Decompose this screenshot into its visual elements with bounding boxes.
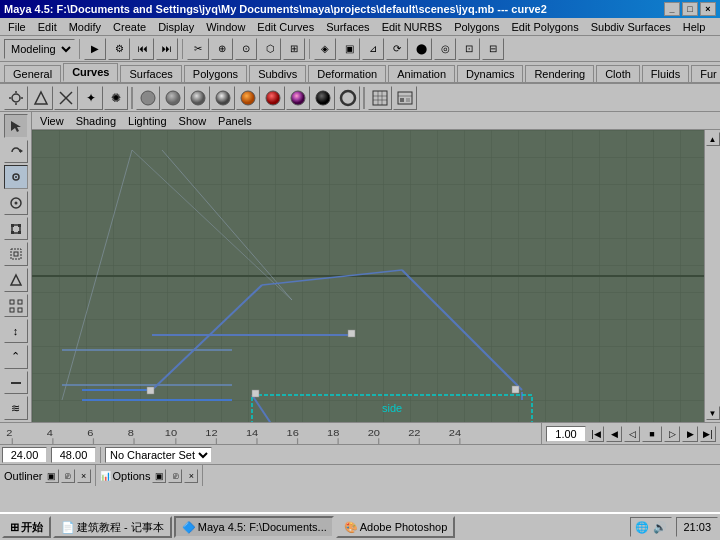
menu-create[interactable]: Create	[107, 20, 152, 34]
tool-cv[interactable]	[4, 217, 28, 241]
timeline-numbers[interactable]: 2 4 6 8 10 12 14 16 18 20 22 24	[0, 423, 542, 444]
icon-sphere-2[interactable]	[161, 86, 185, 110]
options-close[interactable]: ×	[184, 469, 198, 483]
tab-animation[interactable]: Animation	[388, 65, 455, 82]
icon-ring[interactable]	[336, 86, 360, 110]
vp-menu-panels[interactable]: Panels	[214, 114, 256, 128]
maximize-button[interactable]: □	[682, 2, 698, 16]
tool-paint[interactable]	[4, 268, 28, 292]
tool-magnet[interactable]: ⌃	[4, 345, 28, 369]
btn-prev-frame[interactable]: ◀	[606, 426, 622, 442]
toolbar-btn-8[interactable]: ⬡	[259, 38, 281, 60]
tool-rotate[interactable]	[4, 140, 28, 164]
tool-select[interactable]	[4, 114, 28, 138]
taskbar-item-photoshop[interactable]: 🎨 Adobe Photoshop	[336, 516, 455, 538]
taskbar-item-notepad[interactable]: 📄 建筑教程 - 记事本	[53, 516, 172, 538]
menu-edit-nurbs[interactable]: Edit NURBS	[376, 20, 449, 34]
scroll-up-arrow[interactable]: ▲	[706, 132, 720, 146]
toolbar-btn-12[interactable]: ⊿	[362, 38, 384, 60]
btn-next-key[interactable]: ▶|	[700, 426, 716, 442]
tab-fluids[interactable]: Fluids	[642, 65, 689, 82]
tab-surfaces[interactable]: Surfaces	[120, 65, 181, 82]
taskbar-item-maya[interactable]: 🔷 Maya 4.5: F:\Documents...	[174, 516, 334, 538]
toolbar-btn-1[interactable]: ▶	[84, 38, 106, 60]
tool-snap[interactable]: ↕	[4, 319, 28, 343]
window-controls[interactable]: _ □ ×	[664, 2, 716, 16]
menu-surfaces[interactable]: Surfaces	[320, 20, 375, 34]
icon-render[interactable]	[393, 86, 417, 110]
vp-menu-lighting[interactable]: Lighting	[124, 114, 171, 128]
tab-cloth[interactable]: Cloth	[596, 65, 640, 82]
toolbar-btn-3[interactable]: ⏮	[132, 38, 154, 60]
icon-cross[interactable]	[54, 86, 78, 110]
toolbar-btn-10[interactable]: ◈	[314, 38, 336, 60]
menu-edit[interactable]: Edit	[32, 20, 63, 34]
icon-star[interactable]: ✦	[79, 86, 103, 110]
menu-edit-polygons[interactable]: Edit Polygons	[505, 20, 584, 34]
toolbar-btn-13[interactable]: ⟳	[386, 38, 408, 60]
end-frame-input[interactable]	[51, 447, 96, 463]
menu-display[interactable]: Display	[152, 20, 200, 34]
vp-menu-shading[interactable]: Shading	[72, 114, 120, 128]
current-frame-input[interactable]	[546, 426, 586, 442]
tab-rendering[interactable]: Rendering	[525, 65, 594, 82]
toolbar-btn-11[interactable]: ▣	[338, 38, 360, 60]
toolbar-btn-9[interactable]: ⊞	[283, 38, 305, 60]
options-btn2[interactable]: ⎚	[168, 469, 182, 483]
btn-play-fwd[interactable]: ▷	[664, 426, 680, 442]
icon-sun[interactable]	[4, 86, 28, 110]
menu-subdiv-surfaces[interactable]: Subdiv Surfaces	[585, 20, 677, 34]
toolbar-btn-2[interactable]: ⚙	[108, 38, 130, 60]
start-frame-input[interactable]	[2, 447, 47, 463]
btn-stop[interactable]: ■	[642, 426, 662, 442]
icon-light[interactable]	[29, 86, 53, 110]
minimize-button[interactable]: _	[664, 2, 680, 16]
tool-wave[interactable]: ≋	[4, 396, 28, 420]
menu-window[interactable]: Window	[200, 20, 251, 34]
tab-general[interactable]: General	[4, 65, 61, 82]
menu-polygons[interactable]: Polygons	[448, 20, 505, 34]
toolbar-btn-4[interactable]: ⏭	[156, 38, 178, 60]
icon-sphere-5[interactable]	[236, 86, 260, 110]
toolbar-btn-5[interactable]: ✂	[187, 38, 209, 60]
tool-minus[interactable]	[4, 371, 28, 395]
character-set-dropdown[interactable]: No Character Set	[105, 447, 212, 463]
tab-fur[interactable]: Fur	[691, 65, 720, 82]
tab-curves[interactable]: Curves	[63, 63, 118, 82]
outliner-close[interactable]: ×	[77, 469, 91, 483]
menu-edit-curves[interactable]: Edit Curves	[251, 20, 320, 34]
options-btn1[interactable]: ▣	[152, 469, 166, 483]
vp-menu-view[interactable]: View	[36, 114, 68, 128]
tool-grid-snap[interactable]	[4, 294, 28, 318]
close-button[interactable]: ×	[700, 2, 716, 16]
vp-menu-show[interactable]: Show	[175, 114, 211, 128]
menu-help[interactable]: Help	[677, 20, 712, 34]
toolbar-btn-14[interactable]: ⬤	[410, 38, 432, 60]
icon-sphere-7[interactable]	[286, 86, 310, 110]
tool-lasso[interactable]	[4, 242, 28, 266]
tab-subdivs[interactable]: Subdivs	[249, 65, 306, 82]
icon-sphere-4[interactable]	[211, 86, 235, 110]
btn-play-back[interactable]: ◁	[624, 426, 640, 442]
menu-file[interactable]: File	[2, 20, 32, 34]
icon-sphere-6[interactable]	[261, 86, 285, 110]
tab-dynamics[interactable]: Dynamics	[457, 65, 523, 82]
start-button[interactable]: ⊞ 开始	[2, 516, 51, 538]
toolbar-btn-17[interactable]: ⊟	[482, 38, 504, 60]
icon-sphere-black[interactable]	[311, 86, 335, 110]
toolbar-btn-6[interactable]: ⊕	[211, 38, 233, 60]
tab-deformation[interactable]: Deformation	[308, 65, 386, 82]
mode-dropdown[interactable]: Modeling	[4, 39, 75, 59]
tab-polygons[interactable]: Polygons	[184, 65, 247, 82]
btn-next-frame[interactable]: ▶	[682, 426, 698, 442]
viewport-canvas[interactable]: Y Z side ▲ ▼	[32, 130, 720, 422]
icon-grid[interactable]	[368, 86, 392, 110]
icon-sphere-1[interactable]	[136, 86, 160, 110]
toolbar-btn-15[interactable]: ◎	[434, 38, 456, 60]
menu-modify[interactable]: Modify	[63, 20, 107, 34]
outliner-btn1[interactable]: ▣	[45, 469, 59, 483]
tool-move[interactable]	[4, 165, 28, 189]
icon-flare[interactable]: ✺	[104, 86, 128, 110]
icon-sphere-3[interactable]	[186, 86, 210, 110]
outliner-btn2[interactable]: ⎚	[61, 469, 75, 483]
